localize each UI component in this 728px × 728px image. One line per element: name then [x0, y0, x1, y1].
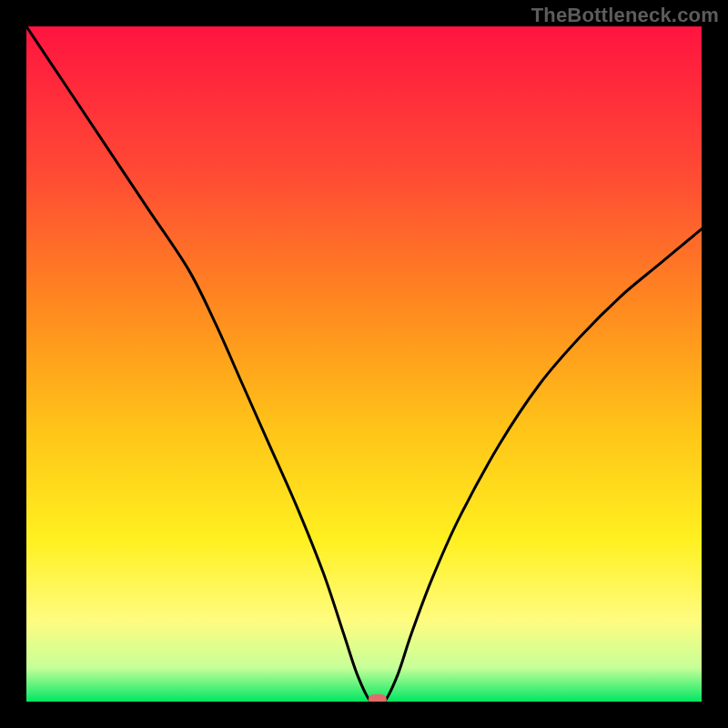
gradient-background: [26, 26, 702, 702]
optimal-marker: [369, 694, 387, 702]
plot-area: [26, 26, 702, 702]
plot-svg: [26, 26, 702, 702]
attribution-text: TheBottleneck.com: [531, 4, 719, 27]
chart-stage: TheBottleneck.com: [0, 0, 728, 728]
